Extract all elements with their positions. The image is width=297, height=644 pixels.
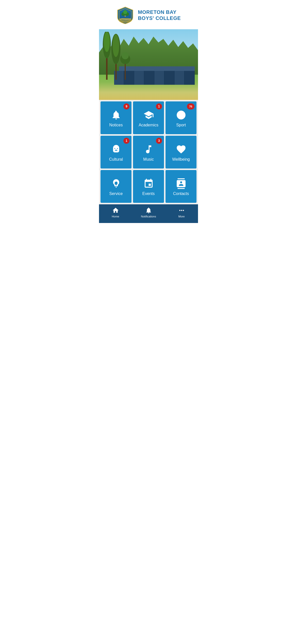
service-icon	[111, 178, 121, 189]
school-name-line1: MORETON BAY	[138, 9, 181, 15]
sport-badge: 76	[187, 103, 194, 109]
school-name-line2: BOYS' COLLEGE	[138, 15, 181, 21]
grid-item-academics[interactable]: 1 Academics	[133, 101, 164, 134]
service-label: Service	[109, 191, 123, 196]
nav-notifications-label: Notifications	[141, 215, 156, 218]
contacts-label: Contacts	[173, 191, 189, 196]
svg-rect-11	[125, 62, 126, 80]
bell-icon	[111, 110, 121, 120]
grid-item-events[interactable]: Events	[133, 170, 164, 203]
hero-image	[99, 29, 198, 100]
contact-icon	[176, 178, 186, 189]
grid-item-service[interactable]: Service	[101, 170, 131, 203]
nav-home[interactable]: Home	[99, 207, 132, 218]
notices-label: Notices	[109, 123, 123, 127]
heart-pulse-icon	[176, 144, 186, 155]
header: MORETON BAY BOYS' COLLEGE	[99, 0, 198, 29]
bell-nav-icon	[145, 207, 152, 214]
mortarboard-icon	[143, 110, 154, 120]
academics-badge: 1	[156, 103, 162, 109]
nav-more-label: More	[178, 215, 185, 218]
grid-item-cultural[interactable]: 1 Cultural	[101, 136, 131, 169]
music-icon	[143, 144, 154, 155]
academics-label: Academics	[139, 123, 158, 127]
events-label: Events	[142, 191, 155, 196]
svg-point-13	[122, 52, 129, 59]
hero-trees	[102, 32, 132, 82]
nav-home-label: Home	[112, 215, 119, 218]
sport-label: Sport	[176, 123, 186, 127]
svg-point-10	[113, 34, 119, 57]
cultural-label: Cultural	[109, 157, 123, 162]
wellbeing-label: Wellbeing	[172, 157, 190, 162]
nav-more[interactable]: More	[165, 207, 198, 218]
school-logo	[116, 6, 134, 24]
notices-badge: 9	[123, 103, 129, 109]
menu-grid: 9 Notices 1 Academics 76 Sport 1 Cultura…	[99, 100, 198, 204]
music-label: Music	[143, 157, 154, 162]
bottom-nav: Home Notifications More	[99, 204, 198, 223]
grid-item-notices[interactable]: 9 Notices	[101, 101, 131, 134]
school-name: MORETON BAY BOYS' COLLEGE	[138, 9, 181, 21]
calendar-icon	[143, 178, 154, 189]
basketball-icon	[176, 110, 186, 120]
grid-item-contacts[interactable]: Contacts	[166, 170, 196, 203]
svg-point-7	[104, 32, 110, 52]
grid-item-wellbeing[interactable]: Wellbeing	[166, 136, 196, 169]
masks-icon	[111, 144, 121, 155]
grid-item-sport[interactable]: 76 Sport	[166, 101, 196, 134]
dots-icon	[178, 207, 185, 214]
grid-item-music[interactable]: 3 Music	[133, 136, 164, 169]
nav-notifications[interactable]: Notifications	[132, 207, 165, 218]
cultural-badge: 1	[123, 138, 129, 144]
svg-point-4	[123, 10, 127, 14]
house-icon	[112, 207, 119, 214]
music-badge: 3	[156, 138, 162, 144]
